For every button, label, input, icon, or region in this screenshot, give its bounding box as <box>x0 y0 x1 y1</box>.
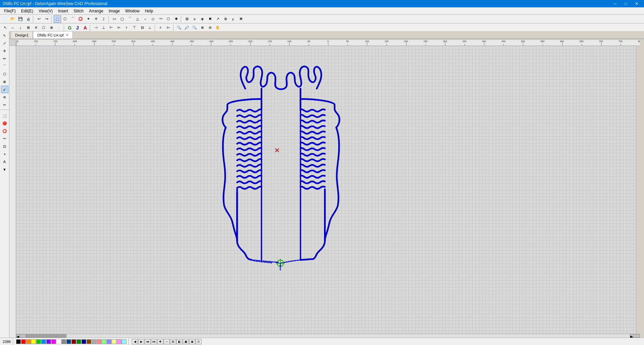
color-16[interactable] <box>92 339 96 344</box>
color-22[interactable] <box>122 339 126 344</box>
color-15[interactable] <box>87 339 91 344</box>
menu-view[interactable]: View(V) <box>36 7 55 14</box>
tb-print[interactable]: 🖨 <box>24 15 32 23</box>
tb-rect[interactable]: ▭ <box>111 15 118 23</box>
lt-bezier[interactable]: ⌒ <box>1 63 8 70</box>
color-18[interactable] <box>102 339 106 344</box>
tb-circle[interactable]: ○ <box>142 15 149 23</box>
tab-design1[interactable]: Design1 <box>11 31 33 39</box>
tb2-j[interactable]: J <box>74 24 81 31</box>
lt-more[interactable]: ▼ <box>1 166 8 173</box>
color-2[interactable] <box>21 339 26 344</box>
tb2-g[interactable]: G <box>66 24 73 31</box>
tab-dn8c-close[interactable]: ✕ <box>66 33 68 37</box>
lt-cross[interactable]: ✛ <box>1 47 8 55</box>
tb2-nodes[interactable]: ⬡ <box>40 24 47 31</box>
tb-cut-path[interactable]: ⤴ <box>100 15 107 23</box>
color-8[interactable] <box>51 339 56 344</box>
tb2-zoom-fit[interactable]: 🔍 <box>175 24 183 31</box>
menu-arrange[interactable]: Arrange <box>86 7 106 14</box>
play-first[interactable]: ⏮ <box>145 339 151 344</box>
color-17[interactable] <box>97 339 101 344</box>
color-4[interactable] <box>31 339 36 344</box>
color-20[interactable] <box>112 339 116 344</box>
lt-fill[interactable]: ⊕ <box>1 78 8 85</box>
tb-new[interactable]: 📄 <box>1 15 9 23</box>
lt-node[interactable]: ⤢ <box>1 40 8 47</box>
close-button[interactable]: ✕ <box>632 1 641 7</box>
tab-dn8c[interactable]: DN8c FC LH.rpf ✕ <box>33 31 72 39</box>
tb-save[interactable]: 💾 <box>17 15 24 23</box>
view-filled[interactable]: ▣ <box>183 339 189 344</box>
tb2-zoom-in[interactable]: 🔎 <box>183 24 191 31</box>
lt-select-arrow[interactable]: ↙ <box>1 86 8 93</box>
tb2-align-left[interactable]: ⊣ <box>92 24 100 31</box>
tb-stitch-satin[interactable]: ◈ <box>199 15 206 23</box>
color-12[interactable] <box>71 339 76 344</box>
tb2-zoom-plus[interactable]: ⊕ <box>199 24 206 31</box>
tb2-align-mid[interactable]: ⊟ <box>139 24 146 31</box>
menu-window[interactable]: Window <box>122 7 142 14</box>
tb2-zoom-minus[interactable]: ⊖ <box>206 24 214 31</box>
lt-pointer[interactable]: ↖ <box>1 32 8 39</box>
tb-stitch-fill[interactable]: ⊞ <box>183 15 191 23</box>
color-13[interactable] <box>76 339 81 344</box>
color-5[interactable] <box>36 339 41 344</box>
tb-triangle[interactable]: △ <box>134 15 141 23</box>
tb2-align-right[interactable]: ⊢ <box>108 24 115 31</box>
tb2-align-bottom[interactable]: ⊥ <box>146 24 154 31</box>
tb-ellipse-select[interactable]: ⭕ <box>77 15 84 23</box>
tb2-flip-v[interactable]: ↕ <box>17 24 24 31</box>
lt-grid2[interactable]: ⊡ <box>1 143 8 150</box>
color-14[interactable] <box>82 339 86 344</box>
tb-hexagon[interactable]: ⬡ <box>165 15 172 23</box>
view-all[interactable]: ⊞ <box>170 339 176 344</box>
lt-rect2[interactable]: ⬜ <box>1 112 8 119</box>
scroll-left-btn[interactable]: ◀ <box>16 334 26 338</box>
lt-ellipse2[interactable]: ⭕ <box>1 127 8 135</box>
menu-stitch[interactable]: Stitch <box>71 7 86 14</box>
tb2-select[interactable]: ↖ <box>1 24 9 31</box>
scrollbar-horizontal[interactable]: ◀ ▶ <box>16 334 640 338</box>
color-7[interactable] <box>46 339 51 344</box>
scroll-track-h[interactable] <box>26 334 630 338</box>
scrollbar-vertical[interactable] <box>636 46 640 334</box>
tb2-snap[interactable]: ⊕ <box>48 24 55 31</box>
tb2-align-center[interactable]: ⊥ <box>100 24 107 31</box>
play-prev-stitch[interactable]: ◀ <box>132 339 138 344</box>
lt-wave[interactable]: ≋ <box>1 93 8 101</box>
tb2-spacing1[interactable]: ⊧ <box>157 24 164 31</box>
color-10[interactable] <box>61 339 66 344</box>
lt-wave2[interactable]: 〜 <box>1 135 8 142</box>
lt-measure[interactable]: ⌖ <box>1 150 8 158</box>
tb2-dist-h[interactable]: ⊨ <box>115 24 123 31</box>
play-plus[interactable]: ✚ <box>157 339 163 344</box>
tb2-spacing2[interactable]: ⊨ <box>165 24 172 31</box>
tb2-zoom-out[interactable]: 🔍 <box>191 24 198 31</box>
view-sim[interactable]: ⊙ <box>196 339 202 344</box>
tb-rounded-rect[interactable]: ▢ <box>118 15 126 23</box>
tb2-dist-v[interactable]: ⊦ <box>123 24 130 31</box>
color-3[interactable] <box>26 339 31 344</box>
lt-circle2[interactable]: 🔴 <box>1 120 8 127</box>
drawing-canvas[interactable] <box>16 46 640 334</box>
tb2-delete[interactable]: ✕ <box>32 24 40 31</box>
tb2-a[interactable]: A <box>82 24 89 31</box>
tb-stitch-line[interactable]: ≡ <box>191 15 198 23</box>
tb-diamond[interactable]: ◇ <box>149 15 157 23</box>
play-minus[interactable]: ─ <box>164 339 170 344</box>
tb-undo[interactable]: ↩ <box>35 15 43 23</box>
color-6[interactable] <box>41 339 46 344</box>
tb-arc[interactable]: ⌒ <box>126 15 133 23</box>
tb-select-polygon[interactable]: ⬡ <box>61 15 69 23</box>
tb-select-rect[interactable]: ⬚ <box>54 15 61 23</box>
play-last[interactable]: ⏭ <box>151 339 157 344</box>
color-21[interactable] <box>117 339 121 344</box>
tb-wave[interactable]: 〜 <box>157 15 164 23</box>
tb-stitch-cross[interactable]: ✖ <box>206 15 214 23</box>
color-1[interactable] <box>16 339 21 344</box>
tb-redo[interactable]: ↪ <box>43 15 50 23</box>
menu-help[interactable]: Help <box>142 7 156 14</box>
tb-stitch-special[interactable]: ⊛ <box>222 15 229 23</box>
tb2-pan[interactable]: ✋ <box>214 24 221 31</box>
